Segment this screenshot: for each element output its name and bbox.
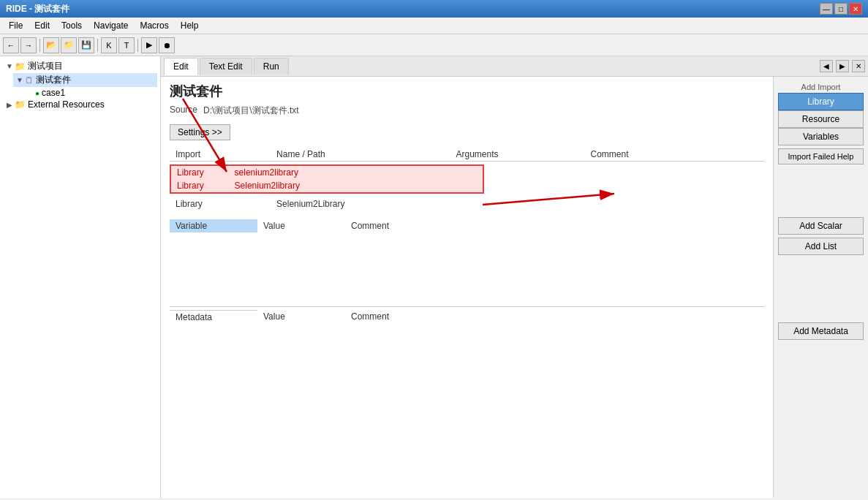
tab-text-edit[interactable]: Text Edit (200, 58, 252, 75)
import-row-0-comment (398, 166, 483, 179)
menu-bar: File Edit Tools Navigate Macros Help (0, 18, 868, 34)
sidebar-item-external[interactable]: ▶ 📁 External Resources (3, 99, 157, 110)
tree-children-project: ▼ 🗒 测试套件 ● case1 (13, 73, 157, 99)
open-folder-btn[interactable]: 📂 (43, 37, 59, 53)
forward-btn[interactable]: → (20, 37, 37, 53)
tab-close-btn[interactable]: ✕ (852, 60, 865, 72)
import-row-1-name: Selenium2library (229, 179, 333, 192)
import-row-1-args (333, 179, 398, 192)
import-row-0[interactable]: Library selenium2library (171, 166, 483, 179)
suite-title: 测试套件 (170, 83, 764, 100)
add-import-section: Add Import Library Resource Variables Im… (778, 83, 864, 164)
add-import-label: Add Import (778, 83, 864, 91)
menu-help[interactable]: Help (175, 19, 205, 32)
tree-label-case1: case1 (42, 88, 65, 98)
menu-edit[interactable]: Edit (29, 19, 56, 32)
toolbar-sep-2 (97, 39, 98, 52)
t-btn[interactable]: T (118, 37, 135, 53)
menu-tools[interactable]: Tools (56, 19, 88, 32)
app-title: RIDE - 测试套件 (6, 3, 69, 15)
tree-label-suite: 测试套件 (36, 74, 71, 86)
variables-btn[interactable]: Variables (778, 128, 864, 145)
variable-col-header: Variable (170, 219, 257, 232)
import-row-1-comment (398, 179, 483, 192)
variable-body (170, 234, 764, 307)
import-row-0-type: Library (171, 166, 229, 179)
record-btn[interactable]: ⏺ (159, 37, 175, 53)
folder-icon-project: 📁 (15, 61, 26, 72)
tab-edit[interactable]: Edit (164, 58, 198, 75)
import-row-2-comment (585, 197, 764, 211)
tree-toggle-project[interactable]: ▼ (4, 62, 15, 70)
col-comment: Comment (585, 148, 764, 162)
play-btn[interactable]: ▶ (141, 37, 157, 53)
menu-macros[interactable]: Macros (134, 19, 174, 32)
maximize-btn[interactable]: □ (834, 3, 848, 15)
import-row-2-type: Library (170, 197, 271, 211)
menu-navigate[interactable]: Navigate (88, 19, 134, 32)
minimize-btn[interactable]: — (820, 3, 833, 15)
menu-file[interactable]: File (3, 19, 29, 32)
toolbar-sep-3 (137, 39, 138, 52)
import-row-1[interactable]: Library Selenium2library (171, 179, 483, 192)
import-row-2-args (450, 197, 584, 211)
save-btn[interactable]: 💾 (78, 37, 94, 53)
tree-label-project: 测试项目 (28, 60, 63, 72)
folder-icon-external: 📁 (15, 99, 26, 110)
source-label: Source (170, 105, 197, 117)
panel-wrapper: 测试套件 Source D:\测试项目\测试套件.txt Settings >>… (161, 77, 868, 498)
tree-children-suite: ● case1 (23, 87, 157, 99)
tab-nav: ◀ ▶ ✕ (820, 60, 865, 72)
add-metadata-btn[interactable]: Add Metadata (778, 322, 864, 340)
toolbar-sep-1 (39, 39, 40, 52)
tree-label-external: External Resources (28, 99, 105, 110)
tab-prev-btn[interactable]: ◀ (820, 60, 833, 72)
k-btn[interactable]: K (101, 37, 117, 53)
import-table: Import Name / Path Arguments Comment (170, 148, 764, 162)
add-scalar-btn[interactable]: Add Scalar (778, 217, 864, 235)
col-name: Name / Path (271, 148, 450, 162)
metadata-header-row: Metadata Value Comment (170, 310, 764, 324)
back-btn[interactable]: ← (3, 37, 19, 53)
panel-content: 测试套件 Source D:\测试项目\测试套件.txt Settings >>… (161, 77, 773, 498)
tree-toggle-case1 (25, 89, 35, 97)
tab-next-btn[interactable]: ▶ (836, 60, 849, 72)
tree-toggle-suite[interactable]: ▼ (15, 76, 25, 84)
tab-run[interactable]: Run (254, 58, 289, 75)
sidebar: ▼ 📁 测试项目 ▼ 🗒 测试套件 ● case1 ▶ 📁 Ext (0, 56, 161, 498)
import-row-0-args (333, 166, 398, 179)
title-bar: RIDE - 测试套件 — □ ✕ (0, 0, 868, 18)
variable-header-row: Variable Value Comment (170, 219, 764, 232)
metadata-comment-header: Comment (345, 310, 433, 324)
content-area: Edit Text Edit Run ◀ ▶ ✕ 测试套件 Source D:\… (161, 56, 868, 498)
source-row: Source D:\测试项目\测试套件.txt (170, 105, 764, 117)
tree-toggle-external[interactable]: ▶ (4, 101, 15, 109)
window-controls: — □ ✕ (820, 3, 862, 15)
import-row-2-name: Selenium2Library (271, 197, 450, 211)
library-btn[interactable]: Library (778, 93, 864, 110)
metadata-value-header: Value (257, 310, 345, 324)
open-btn[interactable]: 📁 (61, 37, 77, 53)
import-row-2[interactable]: Library Selenium2Library (170, 197, 764, 211)
add-list-btn[interactable]: Add List (778, 238, 864, 255)
add-metadata-section: Add Metadata (778, 322, 864, 340)
sidebar-item-project[interactable]: ▼ 📁 测试项目 (3, 59, 157, 73)
sidebar-item-suite[interactable]: ▼ 🗒 测试套件 (13, 73, 157, 87)
import-failed-help-btn[interactable]: Import Failed Help (778, 148, 864, 164)
add-variable-section: Add Scalar Add List (778, 217, 864, 255)
value-col-header: Value (257, 219, 345, 232)
source-path: D:\测试项目\测试套件.txt (203, 105, 299, 117)
col-import: Import (170, 148, 271, 162)
suite-icon: 🗒 (25, 75, 34, 86)
import-rows-error: Library selenium2library Library Seleniu… (171, 166, 483, 192)
resource-btn[interactable]: Resource (778, 110, 864, 128)
toolbar: ← → 📂 📁 💾 K T ▶ ⏺ (0, 34, 868, 56)
import-error-box: Library selenium2library Library Seleniu… (170, 164, 484, 194)
settings-btn[interactable]: Settings >> (170, 124, 230, 140)
main-layout: ▼ 📁 测试项目 ▼ 🗒 测试套件 ● case1 ▶ 📁 Ext (0, 56, 868, 498)
sidebar-item-case1[interactable]: ● case1 (23, 87, 157, 99)
right-panel: Add Import Library Resource Variables Im… (773, 77, 868, 498)
close-btn[interactable]: ✕ (849, 3, 862, 15)
import-rows-normal: Library Selenium2Library (170, 197, 764, 211)
import-row-0-name: selenium2library (229, 166, 333, 179)
